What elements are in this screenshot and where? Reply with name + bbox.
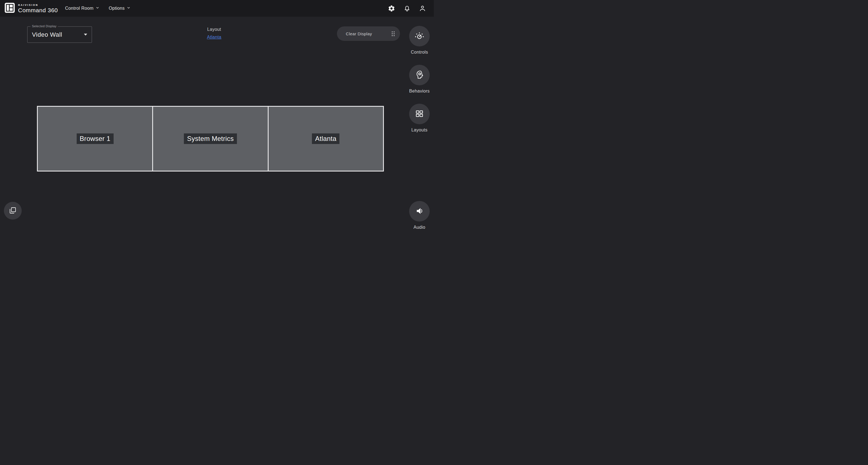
clear-display-button[interactable]: Clear Display [337, 26, 400, 41]
user-icon[interactable] [419, 5, 426, 12]
layouts-button[interactable] [409, 104, 430, 124]
clear-display-label: Clear Display [346, 31, 372, 36]
wall-panel[interactable]: Browser 1 [38, 107, 152, 171]
options-menu-label: Options [109, 6, 125, 11]
controls-icon [414, 31, 425, 42]
chevron-down-icon [96, 6, 99, 11]
control-room-menu[interactable]: Control Room [64, 4, 100, 12]
caret-down-icon [84, 34, 87, 36]
tool-controls: Controls [403, 26, 434, 55]
audio-button[interactable] [409, 201, 430, 222]
chevron-down-icon [127, 6, 130, 11]
tool-layouts: Layouts [403, 104, 434, 133]
brand-bottom: Command 360 [18, 7, 58, 13]
haivision-logo-icon [4, 2, 15, 14]
controls-button[interactable] [409, 26, 430, 47]
panel-label: System Metrics [184, 134, 237, 144]
top-navbar: HAIVISION Command 360 Control Room Optio… [0, 0, 434, 17]
brand-top: HAIVISION [18, 4, 58, 6]
tool-audio: Audio [403, 201, 434, 230]
panel-label: Atlanta [312, 134, 339, 144]
behaviors-button[interactable] [409, 65, 430, 85]
layout-title: Layout [192, 27, 237, 32]
selected-display-label: Selected Display [31, 25, 58, 28]
drag-dots-icon[interactable] [391, 31, 396, 37]
video-wall-preview: Browser 1 System Metrics Atlanta [37, 106, 384, 172]
audio-icon [415, 206, 424, 216]
selected-display-dropdown[interactable]: Selected Display Video Wall [27, 26, 92, 43]
main-menus: Control Room Options [64, 4, 132, 12]
tool-behaviors: Behaviors [403, 65, 434, 94]
layouts-label: Layouts [403, 127, 434, 133]
behaviors-icon [414, 69, 425, 81]
wall-panel[interactable]: System Metrics [153, 107, 268, 171]
navbar-actions [388, 5, 429, 12]
brand-text: HAIVISION Command 360 [18, 4, 58, 13]
controls-label: Controls [403, 50, 434, 55]
layouts-icon [415, 109, 424, 119]
wall-panel[interactable]: Atlanta [269, 107, 383, 171]
panel-label: Browser 1 [77, 134, 114, 144]
layout-header: Layout Atlanta [192, 27, 237, 40]
active-layout-link[interactable]: Atlanta [207, 35, 221, 40]
control-room-menu-label: Control Room [65, 6, 93, 11]
scenes-button[interactable] [4, 202, 22, 220]
audio-label: Audio [403, 225, 434, 230]
selected-display-value: Video Wall [32, 31, 62, 38]
command360-app: HAIVISION Command 360 Control Room Optio… [0, 0, 434, 232]
settings-icon[interactable] [388, 5, 395, 12]
notifications-icon[interactable] [404, 5, 410, 12]
behaviors-label: Behaviors [403, 89, 434, 94]
brand[interactable]: HAIVISION Command 360 [4, 2, 58, 14]
layers-icon [9, 206, 17, 215]
options-menu[interactable]: Options [108, 4, 132, 12]
